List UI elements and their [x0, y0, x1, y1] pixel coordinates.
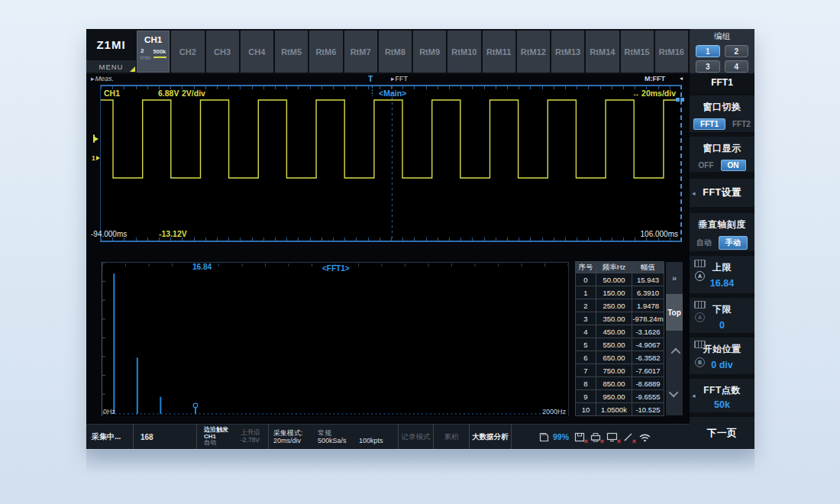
ch1-waveform	[101, 86, 680, 241]
disconnected-x-icon: ×	[632, 438, 636, 445]
tab-ch1[interactable]: CH12V/div500k	[137, 31, 170, 73]
table-scroll-down-button[interactable]	[666, 373, 683, 415]
table-row[interactable]: 7750.00-7.6017	[575, 364, 664, 377]
meas-label[interactable]: Meas.	[91, 75, 114, 82]
lower-limit-section[interactable]: A 下限 0	[690, 298, 754, 333]
trigger-info[interactable]: 边沿触发 CH1 自动	[197, 425, 239, 449]
table-expand-button[interactable]: »	[666, 262, 683, 294]
oscilloscope-screen: Z1MI MENU CH12V/div500kCH2CH3CH4RtM5RtM6…	[86, 29, 754, 449]
side-menu-panel: 编组 1 2 3 4 FFT1 窗口切换 FFT1 FFT2 窗口显示 OFF …	[690, 29, 754, 449]
table-row[interactable]: 9950.00-9.6555	[575, 390, 664, 403]
window-handle-2[interactable]	[676, 98, 680, 102]
tab-rtm5[interactable]: RtM5	[275, 31, 308, 73]
group-button-1[interactable]: 1	[696, 45, 720, 57]
table-row[interactable]: 3350.00-978.24m	[575, 312, 664, 325]
fft-points-section[interactable]: FFT点数 50k	[690, 379, 754, 412]
table-row[interactable]: 050.00015.943	[575, 273, 664, 286]
tab-rtm14[interactable]: RtM14	[586, 31, 619, 73]
status-icons: 99% × × × ×	[512, 425, 690, 449]
tab-rtm12[interactable]: RtM12	[517, 31, 550, 73]
window-switch-fft2-option[interactable]: FFT2	[732, 120, 751, 128]
trigger-level-label: -13.12V	[159, 229, 187, 238]
row-frequency: 1.0500k	[596, 403, 632, 416]
channel1-ground-marker[interactable]: 1	[92, 154, 100, 162]
fft-points-title: FFT点数	[690, 379, 754, 397]
group-button-4[interactable]: 4	[725, 60, 749, 73]
wifi-icon	[638, 432, 651, 442]
fft-window-label: <FFT1>	[322, 264, 350, 273]
disconnected-x-icon: ×	[600, 438, 604, 445]
row-amplitude: -8.6889	[632, 377, 664, 390]
tab-rtm8[interactable]: RtM8	[379, 31, 412, 73]
table-row[interactable]: 6650.00-6.3582	[575, 351, 664, 364]
row-frequency: 750.00	[596, 364, 632, 377]
row-index: 2	[575, 299, 596, 312]
row-amplitude: 1.9478	[632, 299, 664, 312]
tab-rtm16[interactable]: RtM16	[655, 31, 688, 73]
row-amplitude: -6.3582	[632, 351, 664, 364]
disconnected-x-icon: ×	[617, 438, 621, 445]
row-amplitude: -3.1626	[632, 325, 664, 338]
tab-rtm11[interactable]: RtM11	[483, 31, 515, 73]
tab-rtm13[interactable]: RtM13	[551, 31, 584, 73]
channel-voltage-label: 6.88V	[158, 89, 179, 98]
sample-rate-value: 500kSa/s	[318, 437, 347, 444]
tab-active-underline-icon	[153, 57, 166, 58]
group-button-3[interactable]: 3	[696, 60, 720, 73]
vertical-scale-manual-option[interactable]: 手动	[719, 236, 748, 250]
tab-label: RtM7	[351, 47, 371, 57]
chevron-down-icon	[668, 388, 678, 398]
keyboard-icon	[694, 301, 706, 309]
menu-button[interactable]: MENU	[86, 60, 136, 73]
table-top-button[interactable]: Top	[666, 294, 683, 331]
trigger-level-marker-icon[interactable]	[92, 134, 99, 143]
channel-tabs: CH12V/div500kCH2CH3CH4RtM5RtM6RtM7RtM8Rt…	[136, 29, 690, 74]
trigger-level-value: -2.78V	[241, 436, 268, 444]
row-index: 3	[575, 312, 596, 325]
window-display-on-option[interactable]: ON	[721, 160, 746, 171]
upper-limit-section[interactable]: A 上限 16.84	[690, 256, 754, 293]
tab-label: RtM8	[385, 47, 405, 57]
start-position-section[interactable]: B 开始位置 0 div	[690, 338, 754, 374]
trigger-position-marker[interactable]: T	[368, 74, 373, 83]
tab-ch4[interactable]: CH4	[241, 31, 273, 73]
waveform-plot: CH1 6.88V 2V/div <Main> 20ms/div -94.000…	[100, 85, 682, 242]
table-row[interactable]: 1150.006.3910	[575, 286, 664, 299]
group-button-2[interactable]: 2	[725, 45, 749, 57]
tab-rtm15[interactable]: RtM15	[621, 31, 654, 73]
record-mode-label: 记录模式	[399, 425, 434, 449]
tab-rtm9[interactable]: RtM9	[413, 31, 446, 73]
mfft-label: M:FFT	[645, 75, 665, 82]
table-row[interactable]: 2250.001.9478	[575, 299, 664, 312]
fft-settings-button[interactable]: FFT设置	[690, 179, 754, 207]
window-display-section: 窗口显示 OFF ON	[690, 137, 754, 172]
acquisition-count: 168	[134, 425, 197, 449]
window-switch-fft1-option[interactable]: FFT1	[693, 118, 725, 130]
tab-rtm10[interactable]: RtM10	[447, 31, 480, 73]
row-amplitude: -7.6017	[632, 364, 664, 377]
tab-scale-value: 2	[141, 47, 144, 54]
table-row[interactable]: 8850.00-8.6889	[575, 377, 664, 390]
table-header-2: 幅值	[632, 261, 664, 273]
table-scroll-up-button[interactable]	[666, 331, 683, 373]
fft-plot: 16.84 <FFT1> 0Hz 2000Hz	[102, 262, 569, 416]
window-display-off-option[interactable]: OFF	[699, 161, 714, 170]
fft-strip-label[interactable]: FFT	[391, 75, 408, 82]
acquisition-settings[interactable]: 采集模式: 常规 20ms/div 500kSa/s 100kpts	[269, 425, 399, 449]
table-row[interactable]: 4450.00-3.1626	[575, 325, 664, 338]
big-data-analysis-button[interactable]: 大数据分析	[470, 425, 512, 449]
tab-ch3[interactable]: CH3	[206, 31, 239, 73]
window-display-title: 窗口显示	[690, 137, 754, 155]
row-frequency: 950.00	[596, 390, 632, 403]
trigger-edge-info: 上升沿 -2.78V	[239, 425, 269, 449]
tab-rtm7[interactable]: RtM7	[344, 31, 377, 73]
next-page-button[interactable]: 下一页	[690, 417, 754, 449]
tab-label: CH1	[137, 35, 170, 44]
table-row[interactable]: 5550.00-4.9067	[575, 338, 664, 351]
table-row[interactable]: 101.0500k-10.525	[575, 403, 664, 416]
tab-ch2[interactable]: CH2	[171, 31, 204, 73]
window-handle-1[interactable]	[680, 98, 684, 102]
tab-rtm6[interactable]: RtM6	[309, 31, 342, 73]
row-frequency: 50.000	[596, 273, 632, 286]
vertical-scale-auto-option[interactable]: 自动	[696, 237, 712, 248]
